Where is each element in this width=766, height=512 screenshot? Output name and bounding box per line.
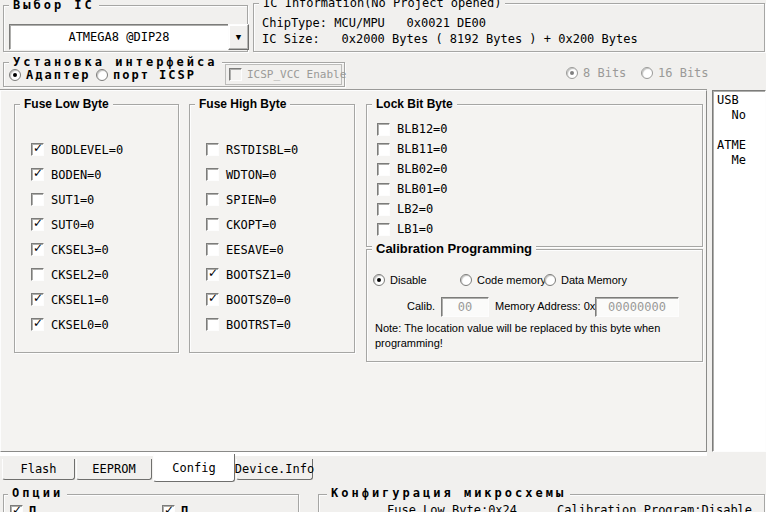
checkbox-label: BLB02=0 [397, 162, 448, 176]
calibration-title: Calibration Programming [372, 242, 536, 256]
tab-label: Device.Info [235, 462, 314, 476]
ic-select-dropdown-button[interactable]: ▼ [228, 24, 249, 50]
checkbox-label: SUT1=0 [51, 193, 94, 207]
tab-label: Flash [20, 462, 56, 476]
ic-select-group: Выбор IC ATMEGA8 @DIP28 ▼ [3, 5, 248, 52]
checkbox-icon [377, 123, 390, 136]
interface-group-title: Установка интерфейса [9, 55, 222, 69]
checkbox-bootsz0[interactable]: BOOTSZ0=0 [206, 287, 298, 312]
config-panel: Fuse Low Byte BODLEVEL=0 BODEN=0 SUT1=0 … [0, 90, 707, 452]
ic-select-group-title: Выбор IC [9, 0, 99, 12]
tab-label: Config [172, 461, 215, 475]
checkbox-cksel3[interactable]: CKSEL3=0 [31, 237, 123, 262]
checkbox-cksel1[interactable]: CKSEL1=0 [31, 287, 123, 312]
ic-info-group-title: IC Information(No Project opened) [259, 0, 505, 10]
options-checkbox-1[interactable]: П [10, 504, 38, 512]
checkbox-icon [377, 163, 390, 176]
radio-icon [641, 67, 653, 79]
checkbox-sut0[interactable]: SUT0=0 [31, 212, 123, 237]
checkbox-icon [206, 243, 219, 256]
checkbox-icon [31, 318, 44, 331]
bits-16-radio[interactable]: 16 Bits [641, 66, 709, 80]
calibration-note-line2: programming! [375, 337, 443, 349]
checkbox-blb01[interactable]: BLB01=0 [377, 179, 448, 199]
options-checkbox-2[interactable]: П [162, 504, 190, 512]
options-group-title: Опции [8, 486, 67, 500]
chevron-down-icon: ▼ [236, 32, 241, 42]
bits-8-label: 8 Bits [583, 66, 626, 80]
checkbox-label: EESAVE=0 [226, 243, 284, 257]
ic-select-combobox[interactable]: ATMEGA8 @DIP28 [9, 24, 229, 50]
checkbox-icon [31, 218, 44, 231]
chip-type-line: ChipType: MCU/MPU 0x0021 DE00 [262, 16, 486, 30]
memory-address-input[interactable]: 00000000 [595, 297, 679, 317]
tab-eeprom[interactable]: EEPROM [76, 459, 152, 480]
radio-label: Disable [390, 274, 427, 286]
status-log-panel: USB No ATME Me [712, 90, 766, 452]
programmer-app-window: { "ic_select": { "title": "Выбор IC", "v… [0, 0, 766, 512]
panel-bottom-strip [0, 452, 707, 456]
checkbox-boden[interactable]: BODEN=0 [31, 162, 123, 187]
ic-size-line: IC Size: 0x2000 Bytes ( 8192 Bytes ) + 0… [262, 32, 638, 46]
tab-device-info[interactable]: Device.Info [236, 459, 313, 480]
checkbox-icon [206, 293, 219, 306]
checkbox-icon [377, 143, 390, 156]
calibration-disable-radio[interactable]: Disable [373, 274, 427, 286]
checkbox-label: BODEN=0 [51, 168, 102, 182]
checkbox-label: LB2=0 [397, 202, 433, 216]
checkbox-label: П [29, 504, 38, 512]
checkbox-lb1[interactable]: LB1=0 [377, 219, 448, 239]
checkbox-bootsz1[interactable]: BOOTSZ1=0 [206, 262, 298, 287]
bits-16-label: 16 Bits [658, 66, 709, 80]
checkbox-icon [31, 143, 44, 156]
checkbox-icon [377, 183, 390, 196]
fuse-low-group: Fuse Low Byte BODLEVEL=0 BODEN=0 SUT1=0 … [14, 104, 179, 353]
checkbox-blb02[interactable]: BLB02=0 [377, 159, 448, 179]
chip-config-group: Конфигурация микросхемы Fuse Low Byte:0x… [318, 494, 765, 512]
checkbox-cksel0[interactable]: CKSEL0=0 [31, 312, 123, 337]
radio-icon [566, 67, 578, 79]
options-group: Опции П П [3, 494, 299, 512]
checkbox-spien[interactable]: SPIEN=0 [206, 187, 298, 212]
checkbox-icon [206, 168, 219, 181]
checkbox-blb11[interactable]: BLB11=0 [377, 139, 448, 159]
checkbox-bodlevel[interactable]: BODLEVEL=0 [31, 137, 123, 162]
icsp-port-radio[interactable]: порт ICSP [96, 68, 196, 82]
checkbox-wdton[interactable]: WDTON=0 [206, 162, 298, 187]
interface-group: Установка интерфейса Адаптер порт ICSP I… [3, 62, 345, 87]
icsp-port-radio-label: порт ICSP [113, 68, 196, 82]
radio-label: Code memory [477, 274, 546, 286]
bits-8-radio[interactable]: 8 Bits [566, 66, 626, 80]
tab-config[interactable]: Config [153, 454, 235, 482]
checkbox-cksel2[interactable]: CKSEL2=0 [31, 262, 123, 287]
calib-input[interactable]: 00 [441, 297, 489, 317]
checkbox-eesave[interactable]: EESAVE=0 [206, 237, 298, 262]
checkbox-label: CKSEL0=0 [51, 318, 109, 332]
radio-icon [96, 69, 108, 81]
checkbox-label: BLB01=0 [397, 182, 448, 196]
fuse-low-summary: Fuse Low Byte:0x24 [387, 503, 517, 512]
checkbox-icon [377, 223, 390, 236]
checkbox-blb12[interactable]: BLB12=0 [377, 119, 448, 139]
checkbox-icon [206, 193, 219, 206]
checkbox-bootrst[interactable]: BOOTRST=0 [206, 312, 298, 337]
checkbox-lb2[interactable]: LB2=0 [377, 199, 448, 219]
calibration-code-memory-radio[interactable]: Code memory [460, 274, 546, 286]
checkbox-icon [162, 505, 175, 512]
fuse-high-group: Fuse High Byte RSTDISBL=0 WDTON=0 SPIEN=… [189, 104, 355, 353]
icsp-vcc-checkbox[interactable]: ICSP_VCC Enable [229, 68, 346, 81]
ic-info-group: IC Information(No Project opened) ChipTy… [253, 3, 765, 52]
checkbox-ckopt[interactable]: CKOPT=0 [206, 212, 298, 237]
checkbox-sut1[interactable]: SUT1=0 [31, 187, 123, 212]
memory-address-label: Memory Address: 0x [495, 300, 595, 312]
checkbox-label: WDTON=0 [226, 168, 277, 182]
status-log-text: USB No ATME Me [713, 91, 765, 170]
calibration-data-memory-radio[interactable]: Data Memory [544, 274, 627, 286]
checkbox-rstdisbl[interactable]: RSTDISBL=0 [206, 137, 298, 162]
tab-flash[interactable]: Flash [2, 459, 75, 480]
checkbox-label: CKSEL1=0 [51, 293, 109, 307]
adapter-radio[interactable]: Адаптер [9, 68, 91, 82]
checkbox-icon [31, 168, 44, 181]
checkbox-icon [31, 193, 44, 206]
checkbox-icon [10, 505, 23, 512]
